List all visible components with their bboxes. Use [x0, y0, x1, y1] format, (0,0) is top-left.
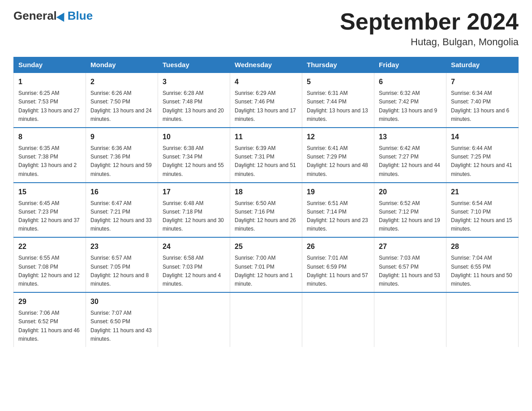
calendar-week-row: 8 Sunrise: 6:35 AMSunset: 7:38 PMDayligh… — [14, 128, 519, 183]
day-number: 14 — [451, 132, 514, 142]
calendar-cell: 27 Sunrise: 7:03 AMSunset: 6:57 PMDaylig… — [374, 237, 446, 292]
calendar-cell: 14 Sunrise: 6:44 AMSunset: 7:25 PMDaylig… — [446, 128, 519, 183]
day-info: Sunrise: 7:01 AMSunset: 6:59 PMDaylight:… — [307, 255, 368, 287]
calendar-week-row: 15 Sunrise: 6:45 AMSunset: 7:23 PMDaylig… — [14, 183, 519, 238]
calendar-cell — [374, 292, 446, 347]
day-info: Sunrise: 6:31 AMSunset: 7:44 PMDaylight:… — [307, 90, 368, 122]
day-number: 9 — [90, 132, 153, 142]
calendar-day-header: Sunday — [14, 57, 86, 73]
calendar-cell: 15 Sunrise: 6:45 AMSunset: 7:23 PMDaylig… — [14, 183, 86, 238]
calendar-day-header: Friday — [374, 57, 446, 73]
calendar-cell — [302, 292, 374, 347]
calendar-day-header: Monday — [86, 57, 158, 73]
day-number: 2 — [90, 77, 153, 87]
page-header: General Blue September 2024 Hutag, Bulga… — [13, 9, 519, 48]
calendar-cell: 25 Sunrise: 7:00 AMSunset: 7:01 PMDaylig… — [230, 237, 302, 292]
calendar-cell: 23 Sunrise: 6:57 AMSunset: 7:05 PMDaylig… — [86, 237, 158, 292]
day-number: 26 — [307, 241, 369, 252]
day-info: Sunrise: 6:42 AMSunset: 7:27 PMDaylight:… — [379, 145, 440, 177]
day-info: Sunrise: 6:51 AMSunset: 7:14 PMDaylight:… — [307, 200, 368, 232]
logo-triangle-icon — [56, 10, 68, 22]
calendar-cell: 8 Sunrise: 6:35 AMSunset: 7:38 PMDayligh… — [14, 128, 86, 183]
calendar-cell: 24 Sunrise: 6:58 AMSunset: 7:03 PMDaylig… — [158, 237, 230, 292]
day-number: 13 — [379, 132, 442, 142]
day-number: 22 — [18, 241, 81, 252]
calendar-cell: 13 Sunrise: 6:42 AMSunset: 7:27 PMDaylig… — [374, 128, 446, 183]
day-info: Sunrise: 6:55 AMSunset: 7:08 PMDaylight:… — [18, 255, 80, 287]
day-number: 18 — [235, 187, 297, 197]
month-title: September 2024 — [340, 9, 519, 34]
calendar-week-row: 29 Sunrise: 7:06 AMSunset: 6:52 PMDaylig… — [14, 292, 519, 347]
calendar-table: SundayMondayTuesdayWednesdayThursdayFrid… — [13, 57, 519, 347]
day-info: Sunrise: 7:07 AMSunset: 6:50 PMDaylight:… — [90, 310, 152, 342]
calendar-week-row: 1 Sunrise: 6:25 AMSunset: 7:53 PMDayligh… — [14, 73, 519, 128]
calendar-cell: 26 Sunrise: 7:01 AMSunset: 6:59 PMDaylig… — [302, 237, 374, 292]
day-number: 16 — [90, 187, 153, 197]
calendar-cell: 17 Sunrise: 6:48 AMSunset: 7:18 PMDaylig… — [158, 183, 230, 238]
calendar-cell: 30 Sunrise: 7:07 AMSunset: 6:50 PMDaylig… — [86, 292, 158, 347]
logo-blue-text: Blue — [68, 9, 93, 23]
calendar-cell: 21 Sunrise: 6:54 AMSunset: 7:10 PMDaylig… — [446, 183, 519, 238]
calendar-cell: 9 Sunrise: 6:36 AMSunset: 7:36 PMDayligh… — [86, 128, 158, 183]
day-info: Sunrise: 6:41 AMSunset: 7:29 PMDaylight:… — [307, 145, 368, 177]
logo-blue-part: Blue — [57, 9, 93, 23]
calendar-cell — [158, 292, 230, 347]
day-number: 23 — [90, 241, 153, 252]
calendar-cell — [230, 292, 302, 347]
calendar-cell: 16 Sunrise: 6:47 AMSunset: 7:21 PMDaylig… — [86, 183, 158, 238]
calendar-cell: 28 Sunrise: 7:04 AMSunset: 6:55 PMDaylig… — [446, 237, 519, 292]
day-info: Sunrise: 6:29 AMSunset: 7:46 PMDaylight:… — [235, 90, 296, 122]
day-number: 11 — [235, 132, 297, 142]
day-number: 20 — [379, 187, 442, 197]
calendar-day-header: Wednesday — [230, 57, 302, 73]
day-info: Sunrise: 6:25 AMSunset: 7:53 PMDaylight:… — [18, 90, 80, 122]
day-number: 12 — [307, 132, 369, 142]
day-info: Sunrise: 6:36 AMSunset: 7:36 PMDaylight:… — [90, 145, 152, 177]
day-info: Sunrise: 6:52 AMSunset: 7:12 PMDaylight:… — [379, 200, 440, 232]
calendar-cell: 10 Sunrise: 6:38 AMSunset: 7:34 PMDaylig… — [158, 128, 230, 183]
day-info: Sunrise: 6:47 AMSunset: 7:21 PMDaylight:… — [90, 200, 152, 232]
day-number: 30 — [90, 296, 153, 307]
title-block: September 2024 Hutag, Bulgan, Mongolia — [340, 9, 519, 48]
day-info: Sunrise: 6:26 AMSunset: 7:50 PMDaylight:… — [90, 90, 152, 122]
calendar-cell: 6 Sunrise: 6:32 AMSunset: 7:42 PMDayligh… — [374, 73, 446, 128]
day-number: 3 — [163, 77, 225, 87]
calendar-day-header: Saturday — [446, 57, 519, 73]
day-info: Sunrise: 7:04 AMSunset: 6:55 PMDaylight:… — [451, 255, 512, 287]
calendar-cell: 3 Sunrise: 6:28 AMSunset: 7:48 PMDayligh… — [158, 73, 230, 128]
day-number: 6 — [379, 77, 442, 87]
day-info: Sunrise: 6:50 AMSunset: 7:16 PMDaylight:… — [235, 200, 296, 232]
day-number: 28 — [451, 241, 514, 252]
day-info: Sunrise: 6:48 AMSunset: 7:18 PMDaylight:… — [163, 200, 224, 232]
day-number: 15 — [18, 187, 81, 197]
day-info: Sunrise: 6:44 AMSunset: 7:25 PMDaylight:… — [451, 145, 512, 177]
calendar-day-header: Thursday — [302, 57, 374, 73]
day-number: 7 — [451, 77, 514, 87]
day-number: 29 — [18, 296, 81, 307]
day-number: 17 — [163, 187, 225, 197]
day-info: Sunrise: 6:32 AMSunset: 7:42 PMDaylight:… — [379, 90, 437, 122]
day-info: Sunrise: 6:34 AMSunset: 7:40 PMDaylight:… — [451, 90, 509, 122]
day-info: Sunrise: 6:35 AMSunset: 7:38 PMDaylight:… — [18, 145, 77, 177]
day-info: Sunrise: 6:39 AMSunset: 7:31 PMDaylight:… — [235, 145, 296, 177]
calendar-cell: 11 Sunrise: 6:39 AMSunset: 7:31 PMDaylig… — [230, 128, 302, 183]
calendar-cell: 22 Sunrise: 6:55 AMSunset: 7:08 PMDaylig… — [14, 237, 86, 292]
calendar-cell: 12 Sunrise: 6:41 AMSunset: 7:29 PMDaylig… — [302, 128, 374, 183]
calendar-cell — [446, 292, 519, 347]
day-info: Sunrise: 6:58 AMSunset: 7:03 PMDaylight:… — [163, 255, 221, 287]
day-number: 5 — [307, 77, 369, 87]
day-info: Sunrise: 7:03 AMSunset: 6:57 PMDaylight:… — [379, 255, 440, 287]
calendar-cell: 20 Sunrise: 6:52 AMSunset: 7:12 PMDaylig… — [374, 183, 446, 238]
calendar-cell: 29 Sunrise: 7:06 AMSunset: 6:52 PMDaylig… — [14, 292, 86, 347]
day-number: 4 — [235, 77, 297, 87]
day-info: Sunrise: 6:45 AMSunset: 7:23 PMDaylight:… — [18, 200, 80, 232]
day-info: Sunrise: 6:28 AMSunset: 7:48 PMDaylight:… — [163, 90, 224, 122]
day-number: 24 — [163, 241, 225, 252]
calendar-cell: 4 Sunrise: 6:29 AMSunset: 7:46 PMDayligh… — [230, 73, 302, 128]
day-info: Sunrise: 6:38 AMSunset: 7:34 PMDaylight:… — [163, 145, 224, 177]
calendar-cell: 7 Sunrise: 6:34 AMSunset: 7:40 PMDayligh… — [446, 73, 519, 128]
day-number: 27 — [379, 241, 442, 252]
calendar-cell: 19 Sunrise: 6:51 AMSunset: 7:14 PMDaylig… — [302, 183, 374, 238]
day-info: Sunrise: 7:00 AMSunset: 7:01 PMDaylight:… — [235, 255, 293, 287]
day-info: Sunrise: 6:54 AMSunset: 7:10 PMDaylight:… — [451, 200, 512, 232]
